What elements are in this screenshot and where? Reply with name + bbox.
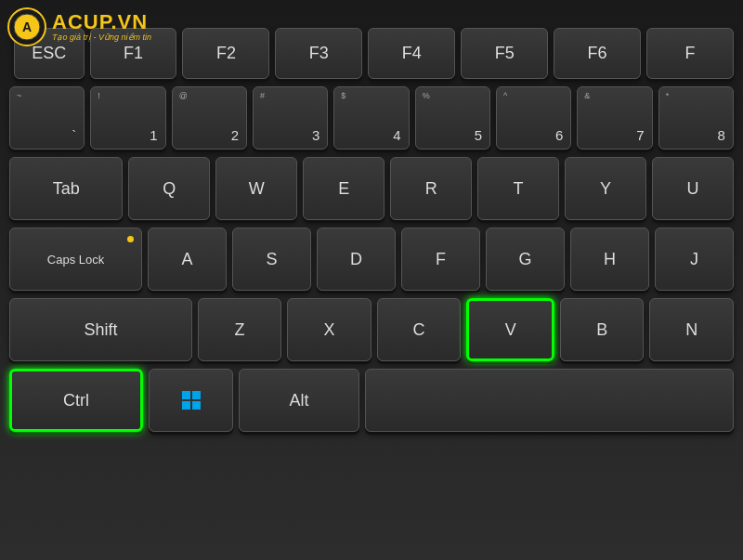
key-q[interactable]: Q <box>128 157 210 220</box>
key-3[interactable]: # 3 <box>253 86 328 150</box>
key-4[interactable]: $ 4 <box>333 86 409 150</box>
key-d[interactable]: D <box>317 228 396 291</box>
key-f2[interactable]: F2 <box>182 28 269 79</box>
key-5[interactable]: % 5 <box>415 86 490 150</box>
key-v[interactable]: V <box>466 298 554 361</box>
svg-rect-3 <box>192 391 201 399</box>
svg-rect-4 <box>182 401 190 410</box>
key-f6[interactable]: F6 <box>554 28 641 79</box>
key-b[interactable]: B <box>560 298 645 361</box>
key-z[interactable]: Z <box>198 298 282 361</box>
key-tab[interactable]: Tab <box>9 157 123 220</box>
svg-rect-2 <box>182 391 190 399</box>
key-alt[interactable]: Alt <box>239 369 359 432</box>
number-row: ~ ` ! 1 @ 2 # 3 $ 4 % 5 ^ 6 & 7 <box>9 86 734 150</box>
key-y[interactable]: Y <box>565 157 646 220</box>
key-space[interactable] <box>365 369 734 432</box>
key-u[interactable]: U <box>652 157 734 220</box>
svg-rect-5 <box>192 401 201 410</box>
key-6[interactable]: ^ 6 <box>496 86 571 150</box>
bottom-row: Ctrl Alt <box>9 369 734 432</box>
key-1[interactable]: ! 1 <box>90 86 165 150</box>
logo-icon: A <box>7 7 46 46</box>
key-2[interactable]: @ 2 <box>172 86 247 150</box>
svg-text:A: A <box>22 20 32 34</box>
zxcv-row: Shift Z X C V B N <box>9 298 734 361</box>
key-a[interactable]: A <box>148 228 227 291</box>
caps-lock-indicator <box>127 236 134 242</box>
key-j[interactable]: J <box>655 228 734 291</box>
key-win[interactable] <box>149 369 233 432</box>
key-capslock[interactable]: Caps Lock <box>9 228 142 291</box>
key-8[interactable]: * 8 <box>658 86 734 150</box>
logo-name: ACUP.VN <box>52 12 151 33</box>
key-g[interactable]: G <box>486 228 565 291</box>
key-7[interactable]: & 7 <box>577 86 652 150</box>
keyboard-container: A ACUP.VN Tạo giá trị - Vững niềm tin ES… <box>0 0 743 560</box>
key-f5[interactable]: F5 <box>461 28 548 79</box>
key-t[interactable]: T <box>477 157 559 220</box>
logo-text: ACUP.VN Tạo giá trị - Vững niềm tin <box>52 12 151 43</box>
key-shift[interactable]: Shift <box>9 298 192 361</box>
key-w[interactable]: W <box>215 157 297 220</box>
key-x[interactable]: X <box>287 298 372 361</box>
key-f7[interactable]: F <box>646 28 734 79</box>
key-tilde[interactable]: ~ ` <box>9 86 85 150</box>
key-e[interactable]: E <box>303 157 385 220</box>
key-f4[interactable]: F4 <box>368 28 455 79</box>
key-n[interactable]: N <box>649 298 734 361</box>
logo-tagline: Tạo giá trị - Vững niềm tin <box>52 33 151 43</box>
key-c[interactable]: C <box>377 298 462 361</box>
key-ctrl[interactable]: Ctrl <box>9 369 143 432</box>
key-f3[interactable]: F3 <box>275 28 362 79</box>
asdf-row: Caps Lock A S D F G H J <box>9 228 734 291</box>
key-h[interactable]: H <box>570 228 649 291</box>
key-f[interactable]: F <box>401 228 480 291</box>
key-s[interactable]: S <box>232 228 311 291</box>
qwerty-row: Tab Q W E R T Y U <box>9 157 734 220</box>
logo: A ACUP.VN Tạo giá trị - Vững niềm tin <box>7 7 151 46</box>
key-r[interactable]: R <box>390 157 472 220</box>
